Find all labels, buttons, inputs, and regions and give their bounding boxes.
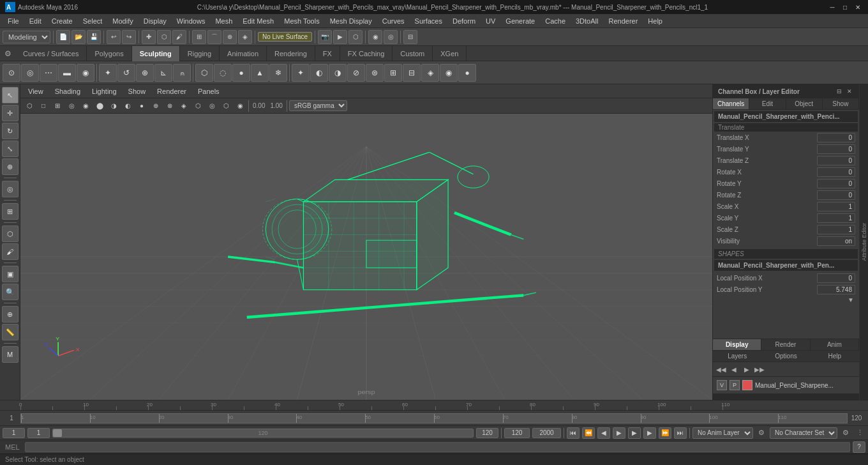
menu-item-file[interactable]: File — [3, 16, 24, 26]
transport-prev-frame[interactable]: ◀ — [597, 427, 610, 439]
canvas-area[interactable]: X Y Z persp — [20, 114, 712, 400]
vp-toolbar-icon-8[interactable]: ● — [135, 100, 148, 112]
workspace-tab-animation[interactable]: Animation — [220, 46, 267, 61]
menu-item-create[interactable]: Create — [47, 16, 78, 26]
menu-item-generate[interactable]: Generate — [500, 16, 540, 26]
vp-menu-lighting[interactable]: Lighting — [87, 86, 122, 96]
ipr-icon[interactable]: ⬡ — [348, 30, 363, 44]
layer-playback-btn[interactable]: P — [730, 380, 740, 390]
channel-value-8[interactable]: 1 — [817, 225, 855, 234]
maya-icon[interactable]: M — [2, 346, 19, 363]
grid-tool-4[interactable]: ● — [458, 64, 476, 82]
rotate-tool[interactable]: ↻ — [2, 123, 19, 139]
channel-value-9[interactable]: on — [817, 236, 855, 246]
close-button[interactable]: ✕ — [853, 3, 863, 11]
scale-tool[interactable]: ⤡ — [2, 141, 19, 157]
layout-icon[interactable]: ⊟ — [403, 30, 417, 44]
minimize-button[interactable]: ─ — [827, 3, 837, 11]
sculpt-tool-bulge[interactable]: ● — [232, 64, 250, 82]
sculpt-tool-imprint[interactable]: ⊕ — [136, 64, 154, 82]
workspace-tab-rigging[interactable]: Rigging — [180, 46, 220, 61]
transport-play-back[interactable]: ▶ — [613, 427, 625, 439]
vp-menu-shading[interactable]: Shading — [50, 86, 86, 96]
transport-next-frame[interactable]: ▶ — [643, 427, 656, 439]
menu-item-select[interactable]: Select — [78, 16, 108, 26]
vp-toolbar-icon-0[interactable]: ⬡ — [23, 100, 36, 112]
workspace-tab-fx-caching[interactable]: FX Caching — [340, 46, 393, 61]
menu-item-surfaces[interactable]: Surfaces — [410, 16, 447, 26]
layer-visibility-btn[interactable]: V — [717, 380, 727, 390]
sculpt-tool-invert-freeze[interactable]: ◐ — [310, 64, 328, 82]
workspace-tab-custom[interactable]: Custom — [393, 46, 433, 61]
sculpt-tool-amplify[interactable]: ▲ — [251, 64, 269, 82]
display-icon[interactable]: ◉ — [368, 30, 382, 44]
camera-icon[interactable]: 📷 — [318, 30, 332, 44]
anim-layer-settings-icon[interactable]: ⚙ — [756, 427, 767, 439]
layer-tab-help[interactable]: Help — [811, 351, 859, 362]
tabs-settings-icon[interactable]: ⚙ — [0, 46, 15, 61]
menu-item-curves[interactable]: Curves — [377, 16, 410, 26]
shape-channel-value-0[interactable]: 0 — [817, 273, 855, 283]
grid-tool-2[interactable]: ◈ — [421, 64, 439, 82]
workspace-dropdown[interactable]: Modeling — [3, 31, 50, 43]
measure-tool[interactable]: 📏 — [2, 324, 19, 340]
sculpt-tool-freeze[interactable]: ❄ — [269, 64, 287, 82]
gamma-select[interactable]: sRGB gamma — [289, 100, 347, 111]
layer-scrollbar[interactable] — [713, 393, 859, 400]
channel-value-1[interactable]: 0 — [817, 144, 855, 154]
undo-icon[interactable]: ↩ — [107, 30, 121, 44]
vp-menu-renderer[interactable]: Renderer — [152, 86, 191, 96]
menu-item-edit[interactable]: Edit — [24, 16, 47, 26]
vp-menu-panels[interactable]: Panels — [193, 86, 225, 96]
snap-point-icon[interactable]: ⊕ — [223, 30, 237, 44]
frame-end-input[interactable] — [476, 428, 498, 438]
sculpt-tool-flood[interactable]: ◑ — [329, 64, 347, 82]
vp-menu-show[interactable]: Show — [123, 86, 151, 96]
channel-value-6[interactable]: 1 — [817, 202, 855, 211]
dra-tab-anim[interactable]: Anim — [811, 339, 859, 350]
transport-play-fwd[interactable]: ▶ — [628, 427, 641, 439]
shape-channel-value-1[interactable]: 5.748 — [817, 285, 855, 294]
menu-item-deform[interactable]: Deform — [447, 16, 481, 26]
render-icon[interactable]: ▶ — [333, 30, 347, 44]
sculpt-tool-foamy[interactable]: ◉ — [77, 64, 94, 82]
cb-tab-edit[interactable]: Edit — [749, 98, 786, 109]
mel-help-btn[interactable]: ? — [853, 441, 865, 453]
sculpt-tool-smear[interactable]: ◌ — [214, 64, 232, 82]
cb-tab-object[interactable]: Object — [786, 98, 823, 109]
sculpt-tool-sculpt[interactable]: ⊘ — [347, 64, 365, 82]
vp-toolbar-icon-5[interactable]: ⬤ — [93, 100, 106, 112]
menu-item-windows[interactable]: Windows — [172, 16, 211, 26]
menu-item-renderer[interactable]: Renderer — [603, 16, 643, 26]
paint-tool[interactable]: 🖌 — [2, 243, 19, 260]
snap-together[interactable]: ⊕ — [2, 306, 19, 323]
shading-icon[interactable]: ◎ — [384, 30, 398, 44]
sculpt-tool-repeat[interactable]: ↺ — [117, 64, 135, 82]
channel-value-7[interactable]: 1 — [817, 213, 855, 223]
lasso-tool[interactable]: ⬡ — [2, 225, 19, 242]
channel-value-3[interactable]: 0 — [817, 167, 855, 177]
sculpt-tool-smooth[interactable]: ◎ — [21, 64, 39, 82]
isolate-select[interactable]: ▣ — [2, 266, 19, 282]
sculpt-tool-erase[interactable]: ⊛ — [366, 64, 384, 82]
workspace-tab-rendering[interactable]: Rendering — [267, 46, 315, 61]
layer-next-btn[interactable]: ▶ — [741, 363, 752, 375]
layer-next-next-btn[interactable]: ▶▶ — [754, 363, 765, 375]
grid-tool-1[interactable]: ⊟ — [403, 64, 421, 82]
workspace-tab-curves---surfaces[interactable]: Curves / Surfaces — [15, 46, 87, 61]
sculpt-tool-relax[interactable]: ⊙ — [3, 64, 20, 82]
menu-item-modify[interactable]: Modify — [107, 16, 138, 26]
snap-curve-icon[interactable]: ⌒ — [207, 30, 221, 44]
char-set-select[interactable]: No Character Set — [770, 427, 837, 439]
sculpt-tool-pinch[interactable]: ⋯ — [40, 64, 57, 82]
show-manip[interactable]: ⊞ — [2, 203, 19, 220]
frame-start-input[interactable] — [3, 428, 25, 438]
cb-tab-channels[interactable]: Channels — [713, 98, 749, 109]
layer-prev-btn[interactable]: ◀ — [728, 363, 740, 375]
vp-toolbar-icon-1[interactable]: □ — [37, 100, 50, 112]
sculpt-tool-wax[interactable]: ⊾ — [154, 64, 172, 82]
vp-toolbar-icon-2[interactable]: ⊞ — [51, 100, 64, 112]
grid-tool-3[interactable]: ◉ — [440, 64, 458, 82]
frame-slider[interactable]: 120 — [52, 429, 474, 438]
dra-tab-render[interactable]: Render — [761, 339, 810, 350]
